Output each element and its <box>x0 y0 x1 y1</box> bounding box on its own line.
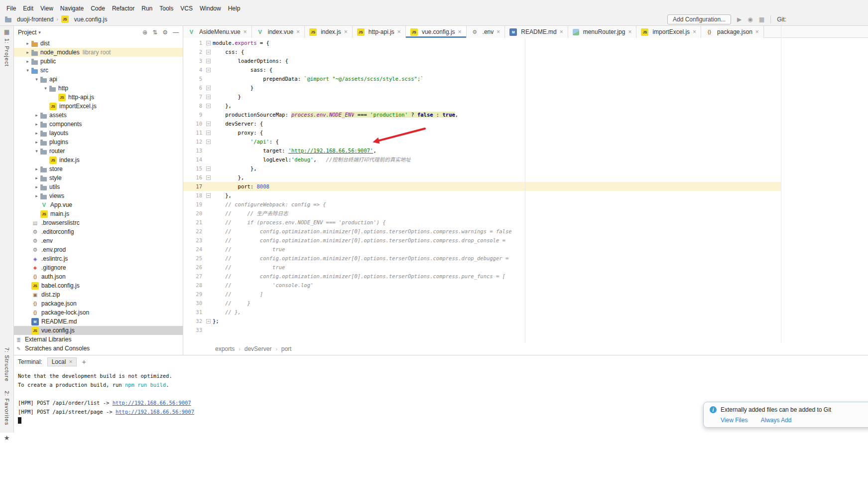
chevron-right-icon[interactable]: ▸ <box>33 113 40 118</box>
tree-item-readme-md[interactable]: README.md <box>14 317 183 326</box>
fold-icon[interactable]: − <box>206 59 211 63</box>
code-line[interactable]: 30 // } <box>183 299 781 308</box>
fold-icon[interactable]: − <box>206 122 211 126</box>
menu-navigate[interactable]: Navigate <box>57 4 87 13</box>
tree-item-src[interactable]: ▾src <box>14 66 183 75</box>
tree-item-layouts[interactable]: ▸layouts <box>14 129 183 138</box>
tree-item-utils[interactable]: ▸utils <box>14 182 183 191</box>
tree-item-dist-zip[interactable]: dist.zip <box>14 290 183 299</box>
new-terminal-session-icon[interactable]: + <box>82 358 86 366</box>
chevron-right-icon[interactable]: ▸ <box>33 122 40 127</box>
terminal-tab-local[interactable]: Local × <box>47 357 77 366</box>
chevron-down-icon[interactable]: ▾ <box>33 149 40 154</box>
code-line[interactable]: 17 port: 8008 <box>183 182 781 191</box>
tab-index-js[interactable]: index.js× <box>305 26 353 38</box>
chevron-down-icon[interactable]: ▾ <box>24 68 31 73</box>
breadcrumb-exports[interactable]: exports <box>215 345 235 352</box>
fold-icon[interactable]: − <box>206 175 211 180</box>
chevron-right-icon[interactable]: ▸ <box>24 50 31 55</box>
tab-importexcel-js[interactable]: importExcel.js× <box>636 26 701 38</box>
fold-icon[interactable]: − <box>206 166 211 171</box>
menu-edit[interactable]: Edit <box>19 4 37 13</box>
code-line[interactable]: 18− }, <box>183 191 781 200</box>
chevron-right-icon[interactable]: ▸ <box>33 131 40 136</box>
tool-window-button-project[interactable]: 1: Project <box>4 38 10 66</box>
code-line[interactable]: 25 // config.optimization.minimizer[0].o… <box>183 254 781 263</box>
code-line[interactable]: 4− sass: { <box>183 65 781 74</box>
tab-vue-config-js[interactable]: vue.config.js× <box>406 26 467 38</box>
tab-close-icon[interactable]: × <box>693 28 696 35</box>
favorites-star-icon[interactable]: ★ <box>4 434 10 442</box>
terminal-link[interactable]: http://192.168.66.56:9007 <box>113 400 191 406</box>
tree-item-node-modules[interactable]: ▸node_moduleslibrary root <box>14 48 183 57</box>
tab-close-icon[interactable]: × <box>755 28 759 35</box>
code-line[interactable]: 12− '/api': { <box>183 137 781 146</box>
tab-close-icon[interactable]: × <box>244 28 247 35</box>
tool-window-button-2-favorites[interactable]: 2: Favorites <box>4 391 10 425</box>
notification-action-view-files[interactable]: View Files <box>721 417 747 424</box>
tab-menurouter-jpg[interactable]: menuRouter.jpg× <box>568 26 637 38</box>
tree-item-package-lock-json[interactable]: package-lock.json <box>14 308 183 317</box>
fold-icon[interactable]: − <box>206 41 211 45</box>
code-line[interactable]: 22 // config.optimization.minimizer[0].o… <box>183 227 781 236</box>
stop-icon[interactable]: ▦ <box>759 16 764 23</box>
collapse-all-icon[interactable]: ⇅ <box>152 29 157 36</box>
tree-item-babel-config-js[interactable]: babel.config.js <box>14 281 183 290</box>
tree-item-public[interactable]: ▸public <box>14 57 183 66</box>
code-line[interactable]: 1−module.exports = { <box>183 38 781 47</box>
tab-close-icon[interactable]: × <box>628 28 631 35</box>
tree-item-http[interactable]: ▾http <box>14 84 183 93</box>
code-line[interactable]: 13 target: 'http://192.168.66.56:9007', <box>183 146 781 155</box>
menu-window[interactable]: Window <box>196 4 225 13</box>
tool-window-button-7-structure[interactable]: 7: Structure <box>4 347 10 382</box>
tree-item-views[interactable]: ▸views <box>14 191 183 200</box>
terminal-link[interactable]: http://192.168.66.56:9007 <box>116 409 194 415</box>
tree-item-main-js[interactable]: main.js <box>14 209 183 218</box>
debug-icon[interactable]: ◉ <box>747 16 752 23</box>
chevron-right-icon[interactable]: ▸ <box>24 59 31 64</box>
code-line[interactable]: 26 // true <box>183 263 781 272</box>
tree-item-browserslistrc[interactable]: .browserslistrc <box>14 218 183 227</box>
code-line[interactable]: 7− } <box>183 92 781 101</box>
chevron-down-icon[interactable]: ▾ <box>42 86 49 91</box>
code-line[interactable]: 16− }, <box>183 173 781 182</box>
code-line[interactable]: 9 productionSourceMap: process.env.NODE_… <box>183 110 781 119</box>
tree-item-eslintrc-js[interactable]: .eslintrc.js <box>14 254 183 263</box>
fold-icon[interactable]: − <box>206 319 211 323</box>
tab-asidemenu-vue[interactable]: AsideMenu.vue× <box>183 26 252 38</box>
tree-item-package-json[interactable]: package.json <box>14 299 183 308</box>
notification-action-always-add[interactable]: Always Add <box>760 417 791 424</box>
chevron-right-icon[interactable]: ▸ <box>24 41 31 46</box>
tree-item-router[interactable]: ▾router <box>14 147 183 156</box>
code-line[interactable]: 32−}; <box>183 317 781 325</box>
tree-item-env-prod[interactable]: .env.prod <box>14 245 183 254</box>
locate-icon[interactable]: ⊕ <box>142 29 147 36</box>
code-line[interactable]: 28 // 'console.log' <box>183 281 781 290</box>
tree-item-external-libraries[interactable]: External Libraries <box>14 335 183 344</box>
menu-help[interactable]: Help <box>225 4 244 13</box>
tree-item-components[interactable]: ▸components <box>14 120 183 129</box>
chevron-right-icon[interactable]: ▸ <box>33 193 40 198</box>
tab-close-icon[interactable]: × <box>496 28 500 35</box>
code-line[interactable]: 19 // configureWebpack: config => { <box>183 200 781 209</box>
code-line[interactable]: 24 // true <box>183 245 781 254</box>
tree-item-gitignore[interactable]: .gitignore <box>14 263 183 272</box>
menu-refactor[interactable]: Refactor <box>109 4 138 13</box>
code-line[interactable]: 11− proxy: { <box>183 128 781 137</box>
fold-icon[interactable]: − <box>206 104 211 108</box>
breadcrumb-file[interactable]: vue.config.js <box>74 16 108 23</box>
tree-item-importexcel-js[interactable]: importExcel.js <box>14 102 183 111</box>
menu-run[interactable]: Run <box>138 4 156 13</box>
menu-tools[interactable]: Tools <box>156 4 177 13</box>
add-configuration-button[interactable]: Add Configuration... <box>667 14 731 24</box>
tab-readme-md[interactable]: README.md× <box>505 26 568 38</box>
fold-icon[interactable]: − <box>206 140 211 144</box>
tree-item-scratches-and-consoles[interactable]: Scratches and Consoles <box>14 344 183 353</box>
tree-item-store[interactable]: ▸store <box>14 164 183 173</box>
tree-item-api[interactable]: ▾api <box>14 75 183 84</box>
tab-http-api-js[interactable]: http-api.js× <box>353 26 406 38</box>
code-line[interactable]: 29 // ] <box>183 290 781 299</box>
tree-item-editorconfig[interactable]: .editorconfig <box>14 227 183 236</box>
tree-item-assets[interactable]: ▸assets <box>14 111 183 120</box>
code-line[interactable]: 33 <box>183 325 781 334</box>
